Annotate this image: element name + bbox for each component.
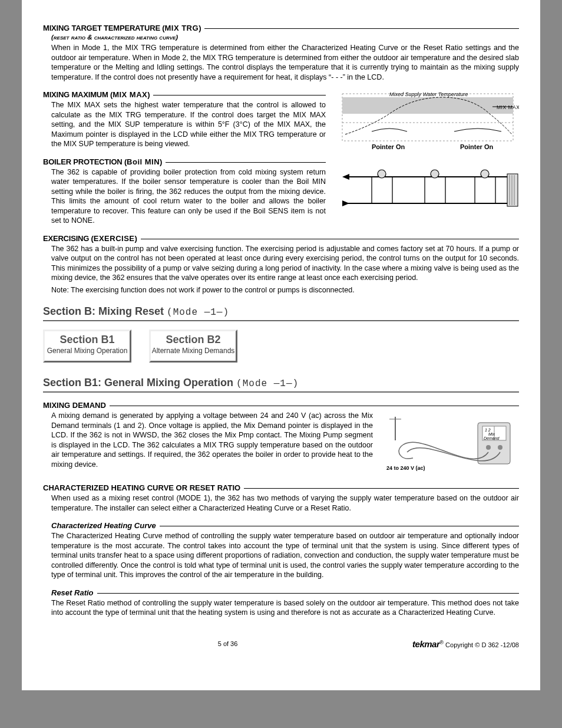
page: MIXING TARGET TEMPERATURE ( MIX TRG ) (r…	[22, 0, 540, 690]
svg-marker-6	[342, 174, 349, 180]
col-figure: 1 2 Mix Demand 24 to 240 V (ac)	[384, 411, 519, 477]
para-char-curve-reset: When used as a mixing reset control (MOD…	[51, 493, 519, 513]
rule	[160, 526, 519, 526]
heading-close: )	[160, 157, 162, 166]
heading-lcd: MIX MAX	[113, 90, 147, 99]
mix-label: Mix	[488, 432, 495, 436]
para-boil-min: The 362 is capable of providing boiler p…	[51, 167, 326, 226]
pointer-on-right: Pointer On	[460, 143, 494, 150]
para-char-curve: The Characterized Heating Curve method o…	[51, 531, 519, 580]
nav-subtitle: General Mixing Operation	[45, 347, 130, 355]
mix-max-curve-diagram: Mixed Supply Water Temperature MIX MAX P…	[336, 90, 519, 155]
para-exercise-note: Note: The exercising function does not w…	[51, 285, 519, 295]
heading-close: )	[147, 90, 150, 99]
subhead-char-curve: Characterized Heating Curve	[51, 521, 519, 530]
section-b1-header: Section B1: General Mixing Operation (Mo…	[43, 377, 519, 393]
page-footer: 5 of 36 tekmar® Copyright © D 362 -12/08	[43, 635, 519, 649]
section-mode: (Mode —1—)	[236, 378, 299, 389]
rule	[97, 593, 519, 594]
col-text: MIXING MAXIMUM ( MIX MAX ) The MIX MAX s…	[43, 90, 326, 234]
heading-boil-min: BOILER PROTECTION ( Boil MIN )	[43, 157, 326, 166]
col-text: A mixing demand is generated by applying…	[43, 411, 373, 477]
page-number: 5 of 36	[218, 640, 238, 647]
nav-button-row: Section B1 General Mixing Operation Sect…	[43, 330, 519, 363]
section-title: Section B: Mixing Reset	[43, 305, 164, 317]
heading-text: MIXING DEMAND	[43, 401, 106, 410]
svg-rect-1	[342, 97, 513, 114]
copyright: tekmar® Copyright © D 362 -12/08	[412, 639, 519, 649]
heading-text: MIXING TARGET TEMPERATURE (	[43, 24, 164, 32]
section-b-header: Section B: Mixing Reset (Mode —1—)	[43, 305, 519, 321]
subhead-text: Reset Ratio	[51, 588, 94, 597]
voltage-label: 24 to 240 V (ac)	[386, 465, 425, 471]
heading-exercise: EXERCISING ( EXERCISE )	[43, 234, 519, 243]
terminal-label: 1 2	[485, 428, 491, 432]
heading-mix-trg: MIXING TARGET TEMPERATURE ( MIX TRG )	[43, 24, 519, 32]
col-figures: Mixed Supply Water Temperature MIX MAX P…	[336, 90, 519, 234]
heading-text: MIXING MAXIMUM (	[43, 90, 113, 99]
demand-label: Demand	[484, 436, 500, 440]
heading-close: )	[199, 24, 201, 32]
section-mode: (Mode —1—)	[167, 307, 229, 318]
svg-point-24	[486, 445, 491, 450]
svg-point-25	[498, 445, 503, 450]
heading-lcd: MIX TRG	[164, 24, 199, 32]
svg-point-13	[431, 170, 439, 178]
para-mix-max: The MIX MAX sets the highest water tempe…	[51, 100, 326, 149]
para-mix-trg: When in Mode 1, the MIX TRG temperature …	[51, 43, 519, 82]
nav-subtitle: Alternate Mixing Demands	[151, 347, 236, 355]
rule	[244, 488, 519, 489]
brand-logo: tekmar	[412, 639, 439, 649]
nav-title: Section B2	[151, 334, 236, 347]
copyright-text: Copyright © D 362 -12/08	[445, 641, 519, 648]
row-mixing-demand: A mixing demand is generated by applying…	[43, 411, 519, 477]
subhead-reset-ratio: Reset Ratio	[51, 588, 519, 597]
rule	[141, 239, 519, 239]
piping-schematic	[336, 162, 519, 221]
rule	[204, 28, 519, 29]
nav-section-b1[interactable]: Section B1 General Mixing Operation	[43, 330, 131, 363]
svg-point-10	[378, 170, 386, 178]
rule	[166, 162, 326, 163]
heading-mixing-demand: MIXING DEMAND	[43, 401, 519, 410]
para-exercise: The 362 has a built-in pump and valve ex…	[51, 244, 519, 283]
heading-mix-max: MIXING MAXIMUM ( MIX MAX )	[43, 90, 326, 99]
mix-demand-diagram: 1 2 Mix Demand 24 to 240 V (ac)	[384, 411, 519, 476]
heading-lcd: EXERCISE	[94, 234, 135, 243]
nav-section-b2[interactable]: Section B2 Alternate Mixing Demands	[149, 330, 237, 363]
heading-text: CHARACTERIZED HEATING CURVE OR RESET RAT…	[43, 483, 240, 492]
heading-text: EXERCISING (	[43, 234, 94, 243]
heading-char-curve-reset: CHARACTERIZED HEATING CURVE OR RESET RAT…	[43, 483, 519, 492]
pointer-on-left: Pointer On	[372, 143, 405, 150]
subhead-text: Characterized Heating Curve	[51, 521, 156, 530]
rule	[153, 95, 326, 95]
nav-title: Section B1	[45, 334, 130, 347]
heading-lcd: Boil MIN	[127, 157, 160, 166]
row-mixmax: MIXING MAXIMUM ( MIX MAX ) The MIX MAX s…	[43, 90, 519, 234]
svg-rect-17	[507, 174, 518, 206]
rule	[110, 406, 519, 406]
heading-close: )	[134, 234, 137, 243]
subcaption: (reset ratio & characterized heating cur…	[51, 34, 519, 41]
para-reset-ratio: The Reset Ratio method of controlling th…	[51, 598, 519, 618]
svg-marker-7	[342, 200, 349, 206]
heading-text: BOILER PROTECTION (	[43, 157, 127, 166]
svg-point-16	[481, 170, 489, 178]
mix-max-label: MIX MAX	[497, 104, 519, 110]
curve-label: Mixed Supply Water Temperature	[389, 91, 468, 97]
section-title: Section B1: General Mixing Operation	[43, 377, 233, 388]
para-mixing-demand: A mixing demand is generated by applying…	[51, 411, 373, 469]
